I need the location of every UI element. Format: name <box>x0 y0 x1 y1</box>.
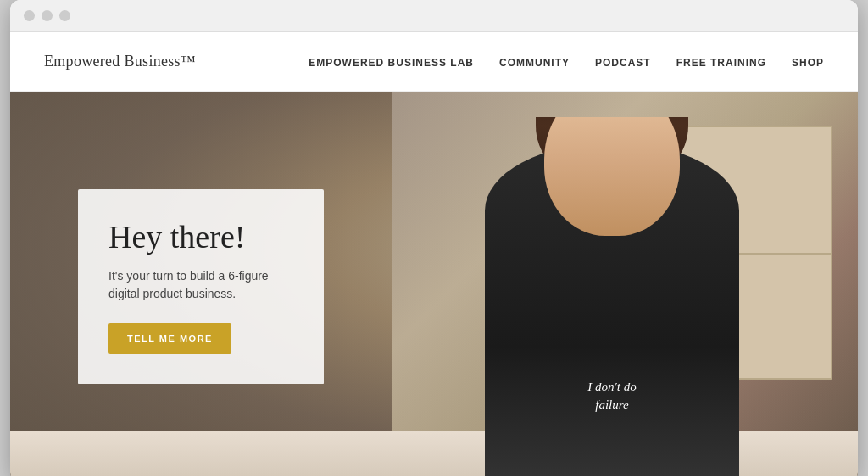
browser-dot-2 <box>42 10 53 21</box>
card-subtext: It's your turn to build a 6-figure digit… <box>108 267 293 303</box>
person-head <box>544 117 680 236</box>
nav-link-community[interactable]: COMMUNITY <box>499 57 570 69</box>
nav-item-lab[interactable]: EMPOWERED BUSINESS LAB <box>309 54 474 70</box>
nav-link-training[interactable]: FREE TRAINING <box>676 57 766 69</box>
browser-dot-3 <box>59 10 70 21</box>
nav-links: EMPOWERED BUSINESS LAB COMMUNITY PODCAST… <box>309 54 824 70</box>
hero-info-card: Hey there! It's your turn to build a 6-f… <box>78 189 324 384</box>
shirt-text: I don't do failure <box>587 378 636 414</box>
shirt-line2: failure <box>595 398 628 412</box>
cta-button[interactable]: TELL ME MORE <box>108 323 231 354</box>
site-logo[interactable]: Empowered Business™ <box>44 53 196 70</box>
browser-dot-1 <box>24 10 35 21</box>
navbar: Empowered Business™ EMPOWERED BUSINESS L… <box>10 32 858 92</box>
browser-chrome <box>10 0 858 32</box>
nav-item-training[interactable]: FREE TRAINING <box>676 54 766 70</box>
nav-link-lab[interactable]: EMPOWERED BUSINESS LAB <box>309 57 474 69</box>
hero-section: I don't do failure Hey there! It's your … <box>10 92 858 476</box>
card-heading: Hey there! <box>108 220 293 255</box>
browser-window: Empowered Business™ EMPOWERED BUSINESS L… <box>10 0 858 476</box>
nav-item-shop[interactable]: SHOP <box>792 54 824 70</box>
nav-link-podcast[interactable]: PODCAST <box>595 57 651 69</box>
nav-link-shop[interactable]: SHOP <box>792 57 824 69</box>
nav-item-podcast[interactable]: PODCAST <box>595 54 651 70</box>
shirt-line1: I don't do <box>587 380 636 394</box>
hero-person: I don't do failure <box>434 117 790 476</box>
nav-item-community[interactable]: COMMUNITY <box>499 54 570 70</box>
